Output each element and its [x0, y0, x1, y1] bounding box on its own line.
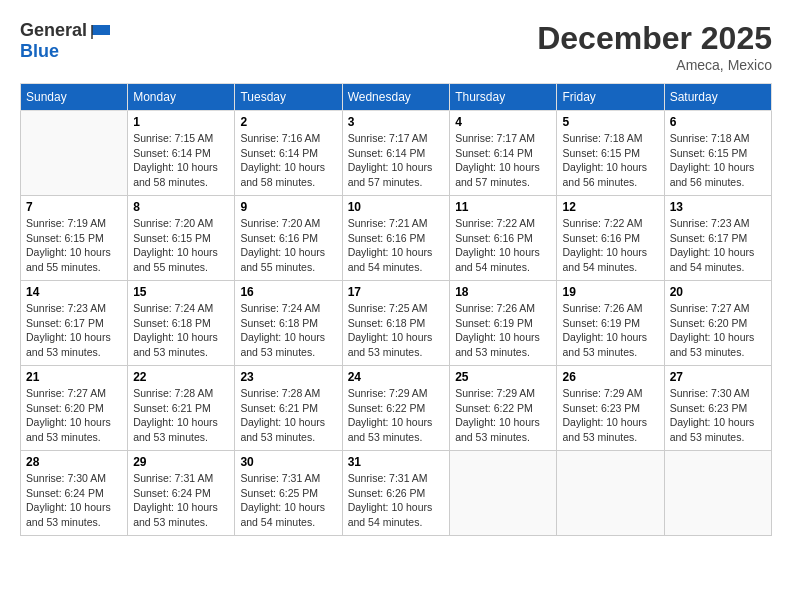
day-number: 8	[133, 200, 229, 214]
day-number: 11	[455, 200, 551, 214]
page-header: General Blue December 2025 Ameca, Mexico	[20, 20, 772, 73]
day-info: Sunrise: 7:23 AMSunset: 6:17 PMDaylight:…	[26, 301, 122, 360]
day-info: Sunrise: 7:31 AMSunset: 6:25 PMDaylight:…	[240, 471, 336, 530]
day-info: Sunrise: 7:17 AMSunset: 6:14 PMDaylight:…	[455, 131, 551, 190]
header-tuesday: Tuesday	[235, 84, 342, 111]
day-number: 26	[562, 370, 658, 384]
table-row: 2 Sunrise: 7:16 AMSunset: 6:14 PMDayligh…	[235, 111, 342, 196]
day-info: Sunrise: 7:18 AMSunset: 6:15 PMDaylight:…	[670, 131, 766, 190]
table-row: 18 Sunrise: 7:26 AMSunset: 6:19 PMDaylig…	[450, 281, 557, 366]
table-row: 30 Sunrise: 7:31 AMSunset: 6:25 PMDaylig…	[235, 451, 342, 536]
day-info: Sunrise: 7:31 AMSunset: 6:26 PMDaylight:…	[348, 471, 445, 530]
day-number: 25	[455, 370, 551, 384]
day-number: 22	[133, 370, 229, 384]
table-row: 16 Sunrise: 7:24 AMSunset: 6:18 PMDaylig…	[235, 281, 342, 366]
table-row: 4 Sunrise: 7:17 AMSunset: 6:14 PMDayligh…	[450, 111, 557, 196]
day-number: 12	[562, 200, 658, 214]
day-number: 7	[26, 200, 122, 214]
logo-blue-text: Blue	[20, 41, 59, 61]
day-info: Sunrise: 7:30 AMSunset: 6:24 PMDaylight:…	[26, 471, 122, 530]
table-row	[21, 111, 128, 196]
title-block: December 2025 Ameca, Mexico	[537, 20, 772, 73]
day-number: 16	[240, 285, 336, 299]
day-info: Sunrise: 7:16 AMSunset: 6:14 PMDaylight:…	[240, 131, 336, 190]
header-thursday: Thursday	[450, 84, 557, 111]
table-row: 13 Sunrise: 7:23 AMSunset: 6:17 PMDaylig…	[664, 196, 771, 281]
day-number: 9	[240, 200, 336, 214]
calendar-week-row: 14 Sunrise: 7:23 AMSunset: 6:17 PMDaylig…	[21, 281, 772, 366]
calendar-week-row: 21 Sunrise: 7:27 AMSunset: 6:20 PMDaylig…	[21, 366, 772, 451]
table-row: 7 Sunrise: 7:19 AMSunset: 6:15 PMDayligh…	[21, 196, 128, 281]
day-info: Sunrise: 7:27 AMSunset: 6:20 PMDaylight:…	[26, 386, 122, 445]
day-number: 24	[348, 370, 445, 384]
calendar-week-row: 7 Sunrise: 7:19 AMSunset: 6:15 PMDayligh…	[21, 196, 772, 281]
table-row: 20 Sunrise: 7:27 AMSunset: 6:20 PMDaylig…	[664, 281, 771, 366]
day-info: Sunrise: 7:28 AMSunset: 6:21 PMDaylight:…	[133, 386, 229, 445]
logo-flag-icon	[90, 23, 112, 41]
calendar-table: Sunday Monday Tuesday Wednesday Thursday…	[20, 83, 772, 536]
day-number: 27	[670, 370, 766, 384]
day-number: 29	[133, 455, 229, 469]
day-number: 6	[670, 115, 766, 129]
day-info: Sunrise: 7:19 AMSunset: 6:15 PMDaylight:…	[26, 216, 122, 275]
table-row: 6 Sunrise: 7:18 AMSunset: 6:15 PMDayligh…	[664, 111, 771, 196]
table-row: 15 Sunrise: 7:24 AMSunset: 6:18 PMDaylig…	[128, 281, 235, 366]
day-info: Sunrise: 7:22 AMSunset: 6:16 PMDaylight:…	[562, 216, 658, 275]
day-number: 4	[455, 115, 551, 129]
calendar-week-row: 28 Sunrise: 7:30 AMSunset: 6:24 PMDaylig…	[21, 451, 772, 536]
header-wednesday: Wednesday	[342, 84, 450, 111]
day-info: Sunrise: 7:24 AMSunset: 6:18 PMDaylight:…	[133, 301, 229, 360]
table-row: 22 Sunrise: 7:28 AMSunset: 6:21 PMDaylig…	[128, 366, 235, 451]
table-row: 19 Sunrise: 7:26 AMSunset: 6:19 PMDaylig…	[557, 281, 664, 366]
day-info: Sunrise: 7:26 AMSunset: 6:19 PMDaylight:…	[455, 301, 551, 360]
day-number: 19	[562, 285, 658, 299]
day-info: Sunrise: 7:29 AMSunset: 6:22 PMDaylight:…	[348, 386, 445, 445]
table-row: 11 Sunrise: 7:22 AMSunset: 6:16 PMDaylig…	[450, 196, 557, 281]
day-info: Sunrise: 7:27 AMSunset: 6:20 PMDaylight:…	[670, 301, 766, 360]
table-row: 28 Sunrise: 7:30 AMSunset: 6:24 PMDaylig…	[21, 451, 128, 536]
table-row: 8 Sunrise: 7:20 AMSunset: 6:15 PMDayligh…	[128, 196, 235, 281]
day-number: 5	[562, 115, 658, 129]
table-row	[450, 451, 557, 536]
day-info: Sunrise: 7:15 AMSunset: 6:14 PMDaylight:…	[133, 131, 229, 190]
header-sunday: Sunday	[21, 84, 128, 111]
table-row: 1 Sunrise: 7:15 AMSunset: 6:14 PMDayligh…	[128, 111, 235, 196]
table-row: 10 Sunrise: 7:21 AMSunset: 6:16 PMDaylig…	[342, 196, 450, 281]
day-info: Sunrise: 7:25 AMSunset: 6:18 PMDaylight:…	[348, 301, 445, 360]
day-info: Sunrise: 7:22 AMSunset: 6:16 PMDaylight:…	[455, 216, 551, 275]
day-info: Sunrise: 7:29 AMSunset: 6:22 PMDaylight:…	[455, 386, 551, 445]
location-subtitle: Ameca, Mexico	[537, 57, 772, 73]
table-row	[557, 451, 664, 536]
day-info: Sunrise: 7:21 AMSunset: 6:16 PMDaylight:…	[348, 216, 445, 275]
table-row: 27 Sunrise: 7:30 AMSunset: 6:23 PMDaylig…	[664, 366, 771, 451]
day-number: 13	[670, 200, 766, 214]
table-row: 29 Sunrise: 7:31 AMSunset: 6:24 PMDaylig…	[128, 451, 235, 536]
header-friday: Friday	[557, 84, 664, 111]
table-row: 17 Sunrise: 7:25 AMSunset: 6:18 PMDaylig…	[342, 281, 450, 366]
day-info: Sunrise: 7:23 AMSunset: 6:17 PMDaylight:…	[670, 216, 766, 275]
day-number: 30	[240, 455, 336, 469]
day-info: Sunrise: 7:29 AMSunset: 6:23 PMDaylight:…	[562, 386, 658, 445]
day-info: Sunrise: 7:24 AMSunset: 6:18 PMDaylight:…	[240, 301, 336, 360]
day-number: 21	[26, 370, 122, 384]
day-number: 31	[348, 455, 445, 469]
table-row	[664, 451, 771, 536]
month-year-title: December 2025	[537, 20, 772, 57]
day-info: Sunrise: 7:30 AMSunset: 6:23 PMDaylight:…	[670, 386, 766, 445]
day-number: 23	[240, 370, 336, 384]
day-info: Sunrise: 7:28 AMSunset: 6:21 PMDaylight:…	[240, 386, 336, 445]
table-row: 12 Sunrise: 7:22 AMSunset: 6:16 PMDaylig…	[557, 196, 664, 281]
table-row: 23 Sunrise: 7:28 AMSunset: 6:21 PMDaylig…	[235, 366, 342, 451]
logo: General Blue	[20, 20, 112, 62]
table-row: 25 Sunrise: 7:29 AMSunset: 6:22 PMDaylig…	[450, 366, 557, 451]
table-row: 5 Sunrise: 7:18 AMSunset: 6:15 PMDayligh…	[557, 111, 664, 196]
day-info: Sunrise: 7:20 AMSunset: 6:16 PMDaylight:…	[240, 216, 336, 275]
day-info: Sunrise: 7:18 AMSunset: 6:15 PMDaylight:…	[562, 131, 658, 190]
day-number: 10	[348, 200, 445, 214]
logo-general-text: General	[20, 20, 87, 41]
table-row: 3 Sunrise: 7:17 AMSunset: 6:14 PMDayligh…	[342, 111, 450, 196]
day-info: Sunrise: 7:17 AMSunset: 6:14 PMDaylight:…	[348, 131, 445, 190]
day-number: 20	[670, 285, 766, 299]
calendar-header-row: Sunday Monday Tuesday Wednesday Thursday…	[21, 84, 772, 111]
day-info: Sunrise: 7:31 AMSunset: 6:24 PMDaylight:…	[133, 471, 229, 530]
